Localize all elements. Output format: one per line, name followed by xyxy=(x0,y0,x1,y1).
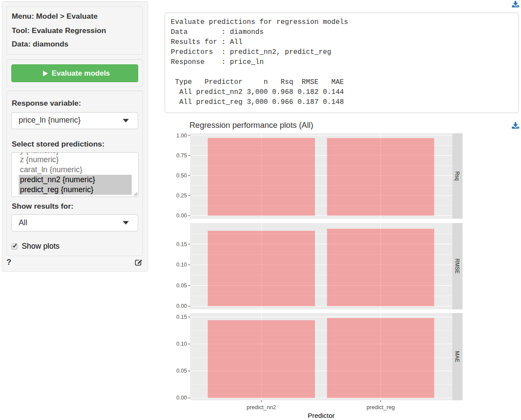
svg-text:0.10: 0.10 xyxy=(176,341,187,347)
svg-text:MAE: MAE xyxy=(454,351,460,362)
svg-text:0.05: 0.05 xyxy=(176,368,187,374)
svg-text:0.50: 0.50 xyxy=(176,173,187,179)
svg-text:predict_nn2: predict_nn2 xyxy=(247,404,276,410)
svg-text:RMSE: RMSE xyxy=(454,259,460,274)
svg-text:Regression performance plots (: Regression performance plots (All) xyxy=(189,121,313,130)
svg-text:Rsq: Rsq xyxy=(454,171,460,180)
svg-text:0.25: 0.25 xyxy=(176,193,187,199)
svg-text:0.00: 0.00 xyxy=(176,303,187,309)
svg-text:1.00: 1.00 xyxy=(176,133,187,139)
svg-text:0.00: 0.00 xyxy=(176,395,187,401)
svg-text:predict_reg: predict_reg xyxy=(366,404,395,410)
svg-text:0.00: 0.00 xyxy=(176,213,187,219)
svg-text:0.05: 0.05 xyxy=(176,283,187,289)
svg-text:Predictor: Predictor xyxy=(308,412,335,419)
svg-text:0.10: 0.10 xyxy=(176,262,187,268)
svg-text:0.15: 0.15 xyxy=(176,241,187,247)
svg-text:0.15: 0.15 xyxy=(176,314,187,320)
svg-text:0.75: 0.75 xyxy=(176,153,187,159)
